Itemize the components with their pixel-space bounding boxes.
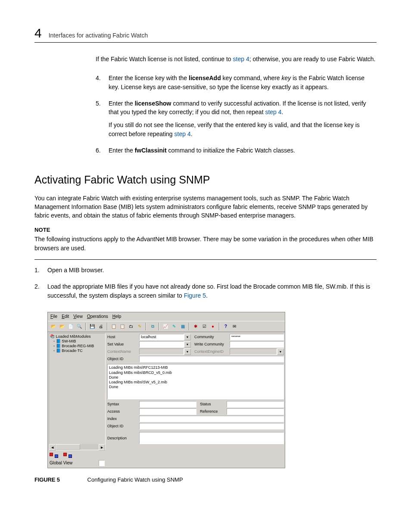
- figure-caption: FIGURE 5 Configuring Fabric Watch using …: [34, 476, 377, 484]
- link-step4[interactable]: step 4: [265, 109, 281, 115]
- status-label: Status: [200, 401, 226, 407]
- toolbar-print-icon[interactable]: 🖨: [97, 323, 105, 330]
- contextengineid-label: ContextEngineID: [194, 349, 229, 355]
- description-label: Description: [107, 436, 138, 441]
- host-input[interactable]: localhost: [139, 334, 184, 340]
- chapter-number: 4: [34, 26, 42, 40]
- link-figure5[interactable]: Figure 5: [184, 292, 206, 299]
- tree-item[interactable]: ◦ 📘 Brocade-REG-MIB: [53, 344, 104, 348]
- write-community-input[interactable]: [230, 341, 284, 348]
- community-label: Community: [194, 334, 229, 340]
- menu-operations[interactable]: Operations: [87, 314, 108, 320]
- snmp-step-2: 2. Load the appropriate MIB files if you…: [34, 282, 377, 304]
- reference-label: Reference: [200, 409, 226, 414]
- toolbar-wand-icon[interactable]: ✎: [136, 323, 143, 330]
- mib-browser-window: File Edit View Operations Help 📂 📂 📄 🔍 💾…: [47, 312, 285, 469]
- toolbar-open2-icon[interactable]: 📂: [58, 323, 66, 330]
- toolbar-mail-icon[interactable]: ✉: [230, 323, 238, 330]
- note-text: The following instructions apply to the …: [34, 235, 377, 252]
- menu-help[interactable]: Help: [112, 314, 121, 320]
- toolbar-doc-icon[interactable]: 📄: [67, 323, 75, 330]
- write-community-label: Write Community: [194, 342, 229, 347]
- tree-root[interactable]: 📚 Loaded MibModules: [50, 334, 104, 339]
- toolbar-table-icon[interactable]: ▦: [179, 323, 187, 330]
- toolbar-edit-icon[interactable]: ✎: [170, 323, 178, 330]
- status-input[interactable]: [227, 401, 284, 408]
- toolbar-find-icon[interactable]: 🔍: [75, 323, 83, 330]
- tree-palette-icon[interactable]: [63, 452, 70, 458]
- syntax-label: Syntax: [107, 401, 138, 407]
- index-input[interactable]: [139, 416, 284, 422]
- toolbar-check-icon[interactable]: ☑: [200, 323, 208, 330]
- reference-input[interactable]: [227, 408, 284, 415]
- link-step4[interactable]: step 4: [174, 131, 191, 137]
- toolbar-tree-icon[interactable]: ⧉: [149, 323, 156, 330]
- toolbar-help-icon[interactable]: ?: [222, 323, 230, 330]
- page-header: 4 Interfaces for activating Fabric Watch: [34, 26, 377, 43]
- intro-paragraph: If the Fabric Watch license is not liste…: [96, 55, 377, 63]
- note-label: NOTE: [34, 226, 377, 234]
- step-6: 6. Enter the fwClassinit command to init…: [96, 146, 377, 159]
- tree-item[interactable]: ◦ 📘 SW-MIB: [53, 339, 104, 344]
- objectid2-label: Object ID: [107, 423, 138, 429]
- horizontal-scrollbar[interactable]: ◀ ▶: [49, 444, 105, 450]
- toolbar-chart-icon[interactable]: 📈: [162, 323, 169, 330]
- setvalue-label: Set Value: [107, 342, 138, 347]
- toolbar-bug-icon[interactable]: ✱: [192, 323, 199, 330]
- objectid-label: Object ID: [107, 356, 138, 362]
- global-view-checkbox[interactable]: [99, 460, 105, 466]
- mib-tree-panel: 📚 Loaded MibModules ◦ 📘 SW-MIB ◦ 📘 Broca…: [49, 333, 106, 450]
- toolbar-record-icon[interactable]: ●: [209, 323, 217, 330]
- host-label: Host: [107, 334, 138, 340]
- setvalue-input[interactable]: [139, 341, 184, 348]
- access-input[interactable]: [139, 408, 196, 415]
- toolbar-open-icon[interactable]: 📂: [50, 323, 57, 330]
- snmp-step-1: 1. Open a MIB browser.: [34, 266, 377, 279]
- menu-edit[interactable]: Edit: [62, 314, 69, 320]
- link-step4[interactable]: step 4: [233, 56, 249, 62]
- tree-footer: [48, 451, 106, 459]
- section-intro: You can integrate Fabric Watch with exis…: [34, 194, 377, 220]
- description-input[interactable]: [139, 432, 284, 444]
- syntax-input[interactable]: [139, 401, 196, 408]
- objectid2-input[interactable]: [139, 423, 284, 429]
- dropdown-icon[interactable]: ▼: [184, 348, 191, 355]
- objectid-input[interactable]: [139, 356, 284, 362]
- index-label: Index: [107, 416, 138, 422]
- menu-file[interactable]: File: [50, 314, 57, 320]
- toolbar: 📂 📂 📄 🔍 💾 🖨 📋 📋 🗀 ✎ ⧉ 📈 ✎ ▦ ✱: [48, 321, 285, 332]
- step-5: 5. Enter the licenseShow command to veri…: [96, 99, 377, 143]
- community-input[interactable]: ******: [230, 334, 284, 340]
- dropdown-icon[interactable]: ▼: [277, 348, 284, 355]
- toolbar-copy-icon[interactable]: 📋: [110, 323, 118, 330]
- contextname-input: [139, 348, 184, 355]
- tree-item[interactable]: ◦ 📘 Brocade-TC: [53, 348, 104, 353]
- log-output: Loading MIBs mibs\RFC1213-MIB Loading MI…: [107, 364, 284, 399]
- dropdown-icon[interactable]: ▼: [184, 341, 191, 348]
- contextengineid-input: [230, 348, 277, 355]
- menu-view[interactable]: View: [73, 314, 83, 320]
- toolbar-copy2-icon[interactable]: 📋: [118, 323, 126, 330]
- access-label: Access: [107, 409, 138, 414]
- scroll-left-icon: ◀: [49, 444, 56, 451]
- dropdown-icon[interactable]: ▼: [184, 334, 191, 340]
- header-title: Interfaces for activating Fabric Watch: [49, 32, 148, 39]
- tree-palette-icon[interactable]: [50, 452, 56, 458]
- menubar: File Edit View Operations Help: [48, 312, 285, 321]
- toolbar-folder-icon[interactable]: 🗀: [127, 323, 135, 330]
- toolbar-save-icon[interactable]: 💾: [88, 323, 96, 330]
- step-4: 4. Enter the license key with the licens…: [96, 74, 377, 96]
- scroll-right-icon: ▶: [99, 444, 105, 451]
- global-view-label: Global View: [50, 460, 72, 467]
- contextname-label: ContextName: [107, 349, 138, 355]
- section-heading: Activating Fabric Watch using SNMP: [34, 172, 377, 187]
